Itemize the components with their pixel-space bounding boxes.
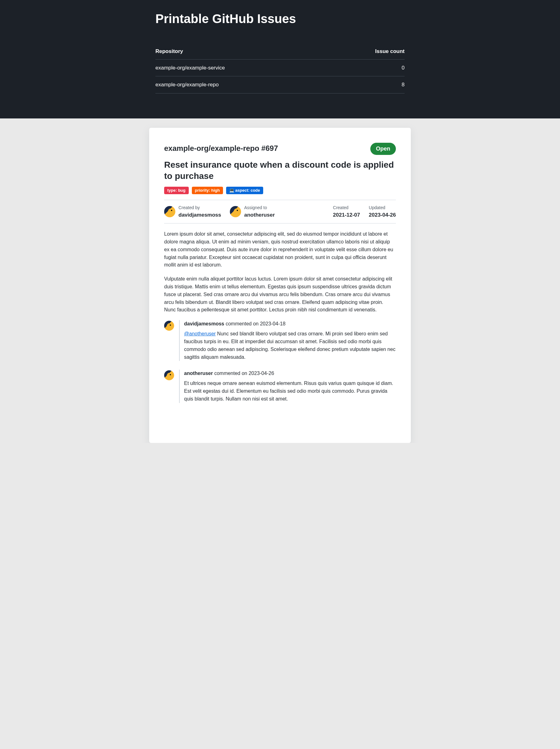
table-row: example-org/example-service0 [155,59,405,77]
meta-label: Assigned to [244,205,275,211]
issue-title: Reset insurance quote when a discount co… [164,159,396,182]
table-row: example-org/example-repo8 [155,77,405,93]
comment-author: anotheruser [184,370,213,376]
comment-on: commented on 2023-04-26 [213,370,274,376]
meta-label: Created by [178,205,221,211]
comment-header: davidjamesmoss commented on 2023-04-18 [184,320,396,327]
meta-assigned-to: Assigned to anotheruser [230,205,275,219]
repo-table: Repository Issue count example-org/examp… [155,44,405,93]
avatar-icon [164,370,174,380]
page-title: Printable GitHub Issues [155,9,405,28]
issue-card: example-org/example-repo #697 Open Reset… [149,128,411,443]
issue-label: type: bug [164,187,189,194]
issue-label: 💻 aspect: code [226,187,263,194]
comment: davidjamesmoss commented on 2023-04-18@a… [164,320,396,361]
issue-label: priority: high [192,187,223,194]
issue-count: 0 [331,59,405,77]
comment-body: @anotheruser Nunc sed blandit libero vol… [184,330,396,361]
col-count: Issue count [331,44,405,59]
comment-text: Nunc sed blandit libero volutpat sed cra… [184,331,396,359]
meta-value: 2023-04-26 [369,211,396,219]
body-paragraph: Vulputate enim nulla aliquet porttitor l… [164,275,396,314]
repo-name: example-org/example-service [155,59,331,77]
comment-content: davidjamesmoss commented on 2023-04-18@a… [179,320,396,361]
labels-row: type: bugpriority: high💻 aspect: code [164,187,396,194]
comments: davidjamesmoss commented on 2023-04-18@a… [164,320,396,403]
comment-content: anotheruser commented on 2023-04-26Et ul… [179,370,396,403]
avatar-icon [164,321,174,331]
issue-count: 8 [331,77,405,93]
avatar-icon [230,206,241,217]
meta-row: Created by davidjamesmoss Assigned to an… [164,200,396,224]
comment-on: commented on 2023-04-18 [224,321,286,326]
meta-value: davidjamesmoss [178,211,221,219]
meta-created: Created 2021-12-07 [333,205,360,219]
meta-value: anotheruser [244,211,275,219]
body-paragraph: Lorem ipsum dolor sit amet, consectetur … [164,230,396,269]
repo-name: example-org/example-repo [155,77,331,93]
meta-value: 2021-12-07 [333,211,360,219]
meta-label: Created [333,205,360,211]
meta-created-by: Created by davidjamesmoss [164,205,221,219]
status-badge: Open [370,143,396,155]
comment-body: Et ultrices neque ornare aenean euismod … [184,380,396,403]
meta-label: Updated [369,205,396,211]
avatar-icon [164,206,175,217]
comment: anotheruser commented on 2023-04-26Et ul… [164,370,396,403]
issue-ref: example-org/example-repo #697 [164,143,278,154]
comment-header: anotheruser commented on 2023-04-26 [184,370,396,377]
page-header: Printable GitHub Issues Repository Issue… [0,0,560,119]
mention-link[interactable]: @anotheruser [184,331,216,336]
issue-body: Lorem ipsum dolor sit amet, consectetur … [164,230,396,314]
col-repo: Repository [155,44,331,59]
comment-author: davidjamesmoss [184,321,224,326]
comment-text: Et ultrices neque ornare aenean euismod … [184,381,393,402]
meta-updated: Updated 2023-04-26 [369,205,396,219]
